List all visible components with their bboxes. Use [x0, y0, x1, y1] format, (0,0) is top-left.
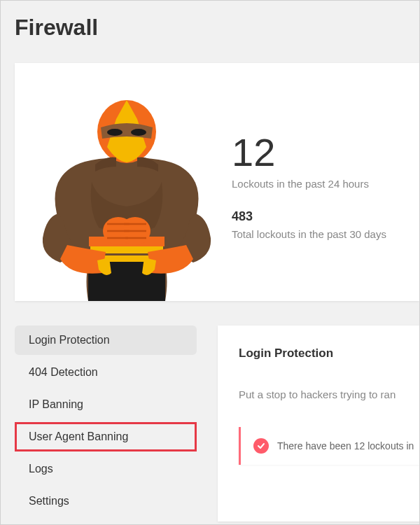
page-title: Firewall	[15, 15, 419, 41]
panel-description: Put a stop to hackers trying to ran	[239, 388, 420, 400]
tab-logs[interactable]: Logs	[15, 454, 197, 484]
lockouts-30d-value: 483	[232, 209, 386, 224]
content-panel: Login Protection Put a stop to hackers t…	[218, 326, 420, 522]
defender-mascot-icon	[29, 98, 225, 301]
tab-404-detection[interactable]: 404 Detection	[15, 358, 197, 387]
svg-point-8	[131, 129, 146, 136]
panel-title: Login Protection	[239, 346, 420, 360]
mascot-illustration	[29, 98, 225, 301]
check-circle-icon	[253, 438, 269, 454]
svg-point-7	[107, 129, 122, 136]
tab-settings[interactable]: Settings	[15, 486, 197, 516]
tab-login-protection[interactable]: Login Protection	[15, 326, 197, 355]
summary-card: 12 Lockouts in the past 24 hours 483 Tot…	[15, 63, 419, 301]
sidebar-tabs: Login Protection 404 Detection IP Bannin…	[15, 326, 197, 519]
lockouts-24h-label: Lockouts in the past 24 hours	[232, 178, 386, 190]
stats-block: 12 Lockouts in the past 24 hours 483 Tot…	[225, 105, 386, 260]
alert-text: There have been 12 lockouts in	[277, 440, 414, 451]
lockouts-30d-label: Total lockouts in the past 30 days	[232, 228, 386, 240]
tab-ip-banning[interactable]: IP Banning	[15, 390, 197, 419]
lockout-alert: There have been 12 lockouts in	[239, 427, 420, 465]
tab-user-agent-banning[interactable]: User Agent Banning	[15, 422, 197, 451]
lockouts-24h-value: 12	[232, 133, 386, 172]
